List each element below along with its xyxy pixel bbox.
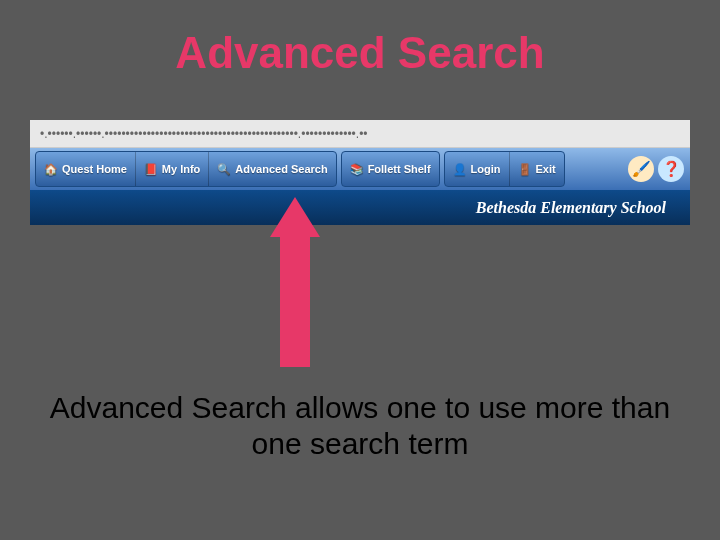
nav-label: My Info bbox=[162, 163, 201, 175]
slide-caption: Advanced Search allows one to use more t… bbox=[30, 390, 690, 462]
app-screenshot: •.••••••.••••••.••••••••••••••••••••••••… bbox=[30, 120, 690, 225]
nav-label: Login bbox=[471, 163, 501, 175]
nav-login[interactable]: 👤 Login bbox=[445, 152, 510, 186]
nav-group-shelf: 📚 Follett Shelf bbox=[341, 151, 440, 187]
school-name: Bethesda Elementary School bbox=[476, 199, 666, 217]
nav-label: Quest Home bbox=[62, 163, 127, 175]
nav-my-info[interactable]: 📕 My Info bbox=[136, 152, 210, 186]
shelf-icon: 📚 bbox=[350, 162, 364, 176]
home-icon: 🏠 bbox=[44, 162, 58, 176]
paint-icon[interactable]: 🖌️ bbox=[628, 156, 654, 182]
arrow-head-icon bbox=[270, 197, 320, 237]
school-banner: Bethesda Elementary School bbox=[30, 190, 690, 225]
url-bar: •.••••••.••••••.••••••••••••••••••••••••… bbox=[30, 120, 690, 148]
info-icon: 📕 bbox=[144, 162, 158, 176]
nav-group-session: 👤 Login 🚪 Exit bbox=[444, 151, 565, 187]
nav-label: Exit bbox=[536, 163, 556, 175]
nav-group-main: 🏠 Quest Home 📕 My Info 🔍 Advanced Search bbox=[35, 151, 337, 187]
nav-exit[interactable]: 🚪 Exit bbox=[510, 152, 564, 186]
slide-title: Advanced Search bbox=[0, 28, 720, 78]
exit-icon: 🚪 bbox=[518, 162, 532, 176]
nav-label: Follett Shelf bbox=[368, 163, 431, 175]
nav-bar: 🏠 Quest Home 📕 My Info 🔍 Advanced Search… bbox=[30, 148, 690, 190]
nav-quest-home[interactable]: 🏠 Quest Home bbox=[36, 152, 136, 186]
search-icon: 🔍 bbox=[217, 162, 231, 176]
nav-advanced-search[interactable]: 🔍 Advanced Search bbox=[209, 152, 335, 186]
help-icon[interactable]: ❓ bbox=[658, 156, 684, 182]
nav-spacer bbox=[567, 148, 626, 190]
nav-label: Advanced Search bbox=[235, 163, 327, 175]
callout-arrow bbox=[270, 197, 320, 367]
arrow-stem bbox=[280, 235, 310, 367]
login-icon: 👤 bbox=[453, 162, 467, 176]
tool-icons: 🖌️ ❓ bbox=[628, 151, 684, 187]
nav-follett-shelf[interactable]: 📚 Follett Shelf bbox=[342, 152, 439, 186]
